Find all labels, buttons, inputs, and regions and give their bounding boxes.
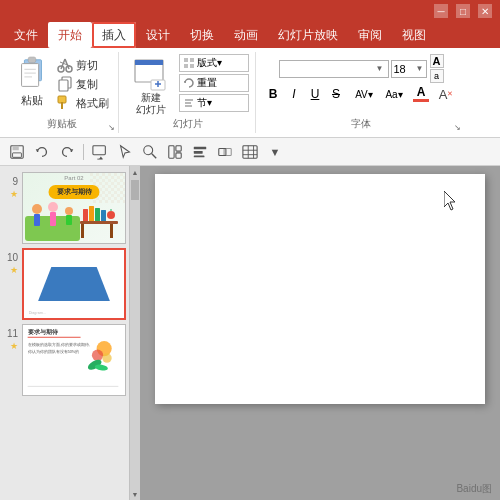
font-color-button[interactable]: A bbox=[411, 86, 431, 102]
slide-thumb-image-9[interactable]: Part 02 要求与期待 bbox=[22, 172, 126, 244]
slide-thumb-container-11: 要求与期待 在模板的选取方面,你的要求或期待, 你认为你的团队有没有50%的 bbox=[22, 324, 126, 396]
new-slide-label: 新建 幻灯片 bbox=[136, 92, 166, 116]
menu-slideshow[interactable]: 幻灯片放映 bbox=[268, 22, 348, 48]
svg-rect-61 bbox=[66, 215, 72, 225]
font-name-arrow: ▼ bbox=[376, 64, 384, 73]
clear-format-button[interactable]: A ✕ bbox=[434, 85, 458, 103]
slide-number-9: 9 bbox=[4, 174, 18, 187]
menu-view[interactable]: 视图 bbox=[392, 22, 436, 48]
svg-rect-45 bbox=[219, 148, 226, 155]
menu-insert[interactable]: 插入 bbox=[92, 22, 136, 48]
layout-row: 版式▾ bbox=[179, 54, 249, 72]
cut-button[interactable]: 剪切 bbox=[54, 56, 112, 74]
layout-quick-button[interactable] bbox=[164, 141, 186, 163]
watermark: Baidu图 bbox=[456, 482, 492, 496]
case-button[interactable]: Aa▾ bbox=[380, 85, 408, 103]
slide-canvas[interactable] bbox=[155, 174, 485, 404]
svg-marker-85 bbox=[444, 191, 455, 210]
slide-thumb-image-11[interactable]: 要求与期待 在模板的选取方面,你的要求或期待, 你认为你的团队有没有50%的 bbox=[22, 324, 126, 396]
slide-thumbnail-10[interactable]: 10 ★ Diagram... bbox=[4, 248, 125, 320]
menu-home[interactable]: 开始 bbox=[48, 22, 92, 48]
section-row: 节▾ bbox=[179, 94, 249, 112]
reset-button[interactable]: 重置 bbox=[179, 74, 249, 92]
font-group: ▼ 18 ▼ A a B bbox=[258, 52, 464, 133]
zoom-button[interactable] bbox=[139, 141, 161, 163]
main-area: 9 ★ Part 02 要求与期 bbox=[0, 166, 500, 500]
svg-rect-1 bbox=[22, 64, 39, 87]
layout-dropdown[interactable]: 版式▾ bbox=[179, 54, 249, 72]
scroll-up-arrow[interactable]: ▲ bbox=[130, 166, 140, 178]
slide-star-9: ★ bbox=[10, 189, 18, 199]
redo-quick-button[interactable] bbox=[56, 141, 78, 163]
slide10-content: Diagram... bbox=[24, 250, 124, 318]
align-quick-button[interactable] bbox=[189, 141, 211, 163]
svg-rect-33 bbox=[93, 145, 105, 154]
slide-number-10: 10 bbox=[4, 250, 18, 263]
menu-file[interactable]: 文件 bbox=[4, 22, 48, 48]
close-button[interactable]: ✕ bbox=[478, 4, 492, 18]
slide-star-11: ★ bbox=[10, 341, 18, 351]
slides-format-area: 版式▾ 重置 节▾ bbox=[179, 54, 249, 126]
slide-thumb-image-10[interactable]: Diagram... bbox=[22, 248, 126, 320]
slideshow-quick-button[interactable] bbox=[89, 141, 111, 163]
menu-review[interactable]: 审阅 bbox=[348, 22, 392, 48]
font-expand-icon[interactable]: ↘ bbox=[452, 122, 462, 132]
svg-rect-47 bbox=[243, 145, 257, 157]
format-painter-button[interactable]: 格式刷 bbox=[54, 94, 112, 112]
minimize-button[interactable]: ─ bbox=[434, 4, 448, 18]
slides-group: 新建 幻灯片 版式▾ 重置 bbox=[121, 52, 256, 133]
slide9-title: 要求与期待 bbox=[49, 185, 100, 199]
table-quick-button[interactable] bbox=[239, 141, 261, 163]
svg-rect-66 bbox=[89, 206, 94, 221]
menu-transition[interactable]: 切换 bbox=[180, 22, 224, 48]
bold-button[interactable]: B bbox=[264, 85, 282, 103]
slide-thumbnail-9[interactable]: 9 ★ Part 02 要求与期 bbox=[4, 172, 125, 244]
slide9-part-label: Part 02 bbox=[64, 175, 83, 181]
menu-design[interactable]: 设计 bbox=[136, 22, 180, 48]
more-quick-button[interactable]: ▼ bbox=[264, 141, 286, 163]
strikethrough-button[interactable]: S bbox=[327, 85, 345, 103]
paste-button[interactable]: 粘贴 bbox=[12, 54, 52, 110]
svg-rect-63 bbox=[81, 224, 84, 238]
reset-row: 重置 bbox=[179, 74, 249, 92]
font-size-input[interactable]: 18 ▼ bbox=[391, 60, 427, 78]
slide-number-11: 11 bbox=[4, 326, 18, 339]
svg-text:要求与期待: 要求与期待 bbox=[28, 328, 59, 335]
slide-thumbnail-11[interactable]: 11 ★ 要求与期待 在模板的选取方面,你的要求或期待, 你认为你的团队有没有5… bbox=[4, 324, 125, 396]
svg-rect-62 bbox=[80, 221, 118, 224]
underline-button[interactable]: U bbox=[306, 85, 324, 103]
clipboard-expand-icon[interactable]: ↘ bbox=[106, 122, 116, 132]
scroll-thumb[interactable] bbox=[131, 180, 139, 200]
slide-thumb-container-9: Part 02 要求与期待 bbox=[22, 172, 126, 244]
italic-button[interactable]: I bbox=[285, 85, 303, 103]
copy-icon bbox=[57, 76, 73, 92]
section-dropdown[interactable]: 节▾ bbox=[179, 94, 249, 112]
svg-rect-41 bbox=[176, 152, 181, 157]
slide9-content: Part 02 要求与期待 bbox=[23, 173, 125, 243]
slide-thumb-container-10: Diagram... bbox=[22, 248, 126, 320]
font-decrease-button[interactable]: a bbox=[430, 69, 444, 83]
svg-text:在模板的选取方面,你的要求或期待,: 在模板的选取方面,你的要求或期待, bbox=[28, 342, 90, 347]
save-quick-button[interactable] bbox=[6, 141, 28, 163]
scroll-down-arrow[interactable]: ▼ bbox=[130, 488, 140, 500]
copy-button[interactable]: 复制 bbox=[54, 75, 112, 93]
vertical-scrollbar[interactable]: ▲ ▼ bbox=[130, 166, 140, 500]
undo-quick-button[interactable] bbox=[31, 141, 53, 163]
svg-rect-44 bbox=[194, 155, 205, 157]
new-slide-button[interactable]: 新建 幻灯片 bbox=[127, 54, 175, 118]
svg-line-38 bbox=[152, 153, 156, 157]
font-name-input[interactable]: ▼ bbox=[279, 60, 389, 78]
svg-rect-42 bbox=[194, 146, 206, 149]
font-increase-button[interactable]: A bbox=[430, 54, 444, 68]
maximize-button[interactable]: □ bbox=[456, 4, 470, 18]
svg-rect-39 bbox=[169, 145, 174, 157]
svg-rect-65 bbox=[83, 209, 88, 221]
spacing-button[interactable]: AV▾ bbox=[350, 85, 378, 103]
object-quick-button[interactable] bbox=[214, 141, 236, 163]
svg-rect-16 bbox=[135, 60, 163, 65]
cursor-mode-button[interactable] bbox=[114, 141, 136, 163]
cut-icon bbox=[57, 57, 73, 73]
menu-animation[interactable]: 动画 bbox=[224, 22, 268, 48]
svg-rect-46 bbox=[224, 148, 231, 155]
paste-label: 粘贴 bbox=[21, 93, 43, 108]
